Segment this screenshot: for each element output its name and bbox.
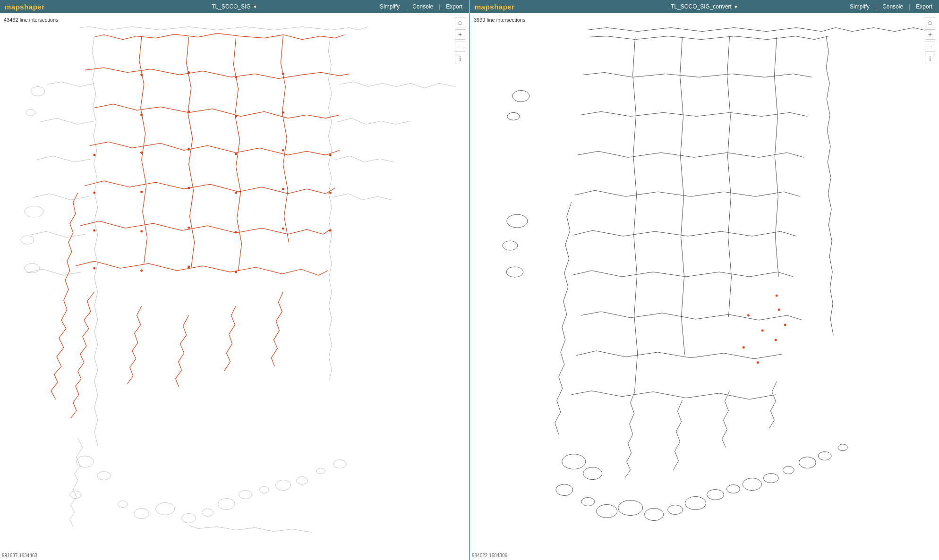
svg-point-36 (282, 188, 284, 190)
right-intersections-info: 3999 line intersections (474, 17, 525, 23)
left-toolbar-right: Simplify | Console | Export (378, 2, 464, 11)
svg-point-26 (188, 110, 190, 113)
left-simplify-button[interactable]: Simplify (378, 2, 401, 11)
svg-point-27 (235, 115, 237, 118)
svg-point-21 (140, 74, 143, 76)
left-zoom-out-button[interactable]: − (455, 42, 465, 52)
svg-point-80 (784, 323, 786, 326)
right-zoom-in-button[interactable]: + (925, 29, 935, 40)
svg-point-46 (93, 229, 95, 232)
svg-point-50 (329, 229, 332, 232)
svg-point-31 (235, 153, 237, 155)
left-layer-dropdown-icon[interactable]: ▼ (253, 4, 257, 9)
svg-rect-51 (470, 14, 939, 560)
right-simplify-button[interactable]: Simplify (848, 2, 871, 11)
right-info-button[interactable]: i (925, 54, 935, 64)
svg-point-41 (140, 270, 143, 272)
left-map-controls: ⌂ + − i (455, 17, 465, 64)
svg-point-22 (188, 71, 190, 74)
left-info-button[interactable]: i (455, 54, 465, 64)
left-zoom-in-button[interactable]: + (455, 29, 465, 40)
svg-point-23 (235, 76, 237, 78)
svg-point-25 (140, 114, 143, 116)
right-toolbar: mapshaper TL_SCCO_SIG_convert ▼ Simplify… (470, 0, 939, 13)
right-home-button[interactable]: ⌂ (925, 17, 935, 27)
left-export-button[interactable]: Export (444, 2, 464, 11)
right-map-svg (470, 13, 939, 560)
svg-point-33 (140, 191, 143, 193)
svg-point-75 (747, 314, 750, 316)
left-intersections-info: 43462 line intersections (4, 17, 59, 23)
svg-point-49 (329, 192, 332, 194)
svg-point-44 (93, 154, 95, 156)
svg-point-42 (188, 266, 190, 268)
right-export-button[interactable]: Export (914, 2, 934, 11)
right-toolbar-right: Simplify | Console | Export (848, 2, 934, 11)
svg-point-29 (140, 152, 143, 154)
svg-point-47 (93, 267, 95, 270)
right-map-area[interactable]: 3999 line intersections ⌂ + − i (470, 13, 939, 560)
svg-point-38 (188, 227, 190, 229)
left-map-svg (0, 13, 469, 560)
svg-point-74 (776, 294, 778, 297)
svg-point-77 (743, 346, 745, 348)
svg-point-79 (778, 308, 780, 311)
svg-point-28 (282, 111, 284, 114)
svg-point-30 (188, 148, 190, 151)
svg-point-48 (329, 154, 332, 156)
svg-point-45 (93, 192, 95, 194)
svg-point-81 (775, 339, 777, 341)
right-zoom-out-button[interactable]: − (925, 42, 935, 52)
left-toolbar: mapshaper TL_SCCO_SIG ▼ Simplify | Conso… (0, 0, 469, 13)
right-coords: 984022,1684306 (472, 553, 507, 558)
right-layer-dropdown-icon[interactable]: ▼ (734, 4, 738, 9)
svg-rect-0 (0, 14, 469, 560)
svg-point-43 (235, 271, 237, 273)
svg-point-76 (761, 329, 764, 331)
right-logo: mapshaper (475, 3, 515, 11)
svg-point-39 (235, 231, 237, 234)
svg-point-78 (757, 361, 759, 364)
right-layer-name[interactable]: TL_SCCO_SIG_convert ▼ (671, 3, 738, 10)
left-coords: 991637,1634463 (2, 553, 37, 558)
right-console-button[interactable]: Console (880, 2, 905, 11)
app-container: mapshaper TL_SCCO_SIG ▼ Simplify | Conso… (0, 0, 939, 560)
right-panel: mapshaper TL_SCCO_SIG_convert ▼ Simplify… (470, 0, 939, 560)
left-home-button[interactable]: ⌂ (455, 17, 465, 27)
svg-point-34 (188, 187, 190, 189)
svg-point-35 (235, 192, 237, 194)
left-panel: mapshaper TL_SCCO_SIG ▼ Simplify | Conso… (0, 0, 470, 560)
left-map-area[interactable]: 43462 line intersections ⌂ + − i (0, 13, 469, 560)
left-console-button[interactable]: Console (410, 2, 435, 11)
left-layer-name[interactable]: TL_SCCO_SIG ▼ (212, 3, 257, 10)
svg-point-24 (282, 73, 284, 75)
svg-point-37 (140, 230, 143, 233)
svg-point-32 (282, 149, 284, 152)
svg-point-40 (282, 228, 284, 230)
right-map-controls: ⌂ + − i (925, 17, 935, 64)
left-logo: mapshaper (5, 3, 45, 11)
